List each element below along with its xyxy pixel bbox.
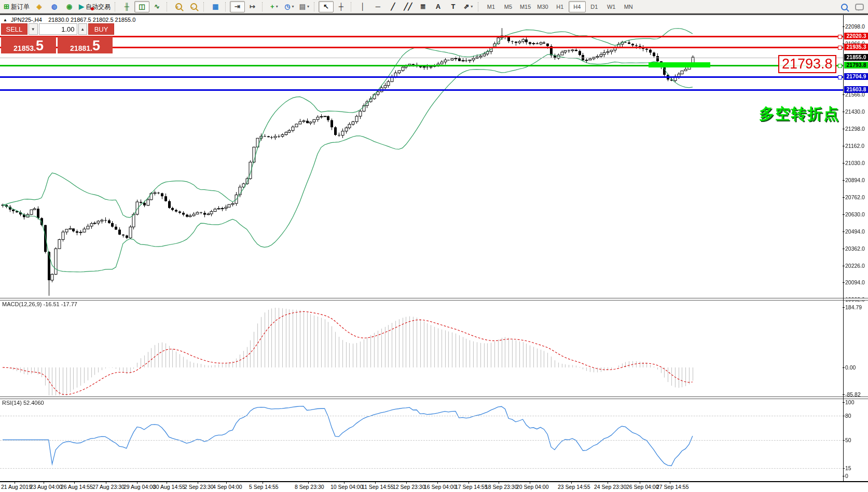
time-axis-label: 30 Aug 14:55: [153, 484, 185, 490]
time-axis-label: 17 Sep 14:55: [455, 484, 487, 490]
time-axis-label: 4 Sep 04:00: [213, 484, 242, 490]
time-axis-label: 2 Sep 23:30: [184, 484, 214, 490]
text-label-icon: T: [451, 2, 455, 12]
zoom-in-button[interactable]: +: [171, 1, 186, 12]
candlestick-chart-button[interactable]: ◫: [134, 1, 149, 12]
one-click-trading-panel: SELL ▼ ▲ BUY 21853.5 21881.5: [1, 23, 114, 53]
chart-shift-icon: ↦: [250, 2, 255, 12]
arrows-button[interactable]: ⇗▾: [461, 1, 476, 12]
horizontal-level-line-21603.8[interactable]: [0, 89, 843, 91]
tf-d1-button[interactable]: D1: [586, 1, 603, 12]
main-chart-canvas[interactable]: [0, 13, 843, 298]
search-icon[interactable]: [841, 4, 848, 10]
macd-panel-splitter[interactable]: [0, 298, 868, 300]
time-axis-label: 16 Sep 04:00: [424, 484, 456, 490]
tile-windows-button[interactable]: ▦: [208, 1, 223, 12]
channel-button[interactable]: ╱╱: [401, 1, 416, 12]
horizontal-line-icon: ─: [376, 2, 380, 12]
auto-scroll-button[interactable]: ⇥: [230, 1, 245, 12]
price-axis-badge-21603.8: 21603.8: [844, 86, 868, 93]
horizontal-level-line-22020.3[interactable]: [0, 36, 843, 37]
dropdown-arrow-icon[interactable]: ▾: [276, 2, 278, 12]
tf-h1-button[interactable]: H1: [552, 1, 569, 12]
new-order-button[interactable]: ⊞新订单: [2, 1, 32, 12]
tf-m5-button[interactable]: M5: [500, 1, 517, 12]
volume-input[interactable]: [39, 23, 77, 35]
rsi-level-line: [0, 440, 843, 441]
line-anchor-marker[interactable]: [838, 46, 842, 50]
tf-m30-button[interactable]: M30: [534, 1, 551, 12]
toolbar-separator: [478, 2, 480, 11]
indicators-button[interactable]: +▾: [267, 1, 282, 12]
price-tick-label: 20226.0: [845, 263, 865, 269]
tf-m15-button[interactable]: M15: [517, 1, 534, 12]
chart-shift-button[interactable]: ↦: [245, 1, 260, 12]
line-anchor-marker[interactable]: [838, 75, 842, 79]
buy-price-display[interactable]: 21881.5: [58, 36, 113, 53]
time-axis-label: 26 Aug 14:55: [61, 484, 93, 490]
bar-chart-button[interactable]: ╫: [119, 1, 134, 12]
chinese-annotation[interactable]: 多空转折点: [716, 104, 839, 125]
signals-button[interactable]: ◉: [62, 1, 77, 12]
volume-increase-button[interactable]: ▲: [78, 23, 88, 35]
crosshair-button[interactable]: ┼: [334, 1, 349, 12]
autotrading-status-dot: [91, 7, 94, 10]
eraser-button[interactable]: ◈: [32, 1, 47, 12]
green-highlight-object[interactable]: [649, 62, 710, 67]
tf-h4-button[interactable]: H4: [569, 1, 586, 12]
dropdown-arrow-icon[interactable]: ▾: [471, 2, 473, 12]
macd-panel-canvas[interactable]: [0, 299, 843, 397]
price-tick-label: 22098.0: [845, 23, 865, 30]
tf-w1-button[interactable]: W1: [603, 1, 620, 12]
autotrading-button[interactable]: ▶自动交易: [77, 1, 113, 12]
market-watch-button[interactable]: ◍: [47, 1, 62, 12]
cursor-icon: ↖: [323, 2, 329, 12]
horizontal-level-line-21935.3[interactable]: [0, 47, 843, 48]
time-axis-line: [0, 481, 868, 482]
dropdown-arrow-icon[interactable]: ▾: [307, 2, 309, 12]
fibonacci-button[interactable]: ≣: [416, 1, 431, 12]
zoom-out-icon: –: [190, 3, 197, 10]
price-tick-label: 20362.0: [845, 245, 865, 252]
mt-terminal-window: ⊞新订单◈◍◉▶自动交易╫◫∿+–▦⇥↦+▾◷▾▤▾↖┼│─╱╱╱≣AT⇗▾M1…: [0, 0, 868, 492]
trendline-button[interactable]: ╱: [385, 1, 401, 12]
line-anchor-marker[interactable]: [838, 35, 842, 39]
tf-m1-button[interactable]: M1: [483, 1, 500, 12]
line-anchor-marker[interactable]: [838, 64, 842, 68]
periods-icon: ◷: [284, 2, 290, 12]
cursor-button[interactable]: ↖: [319, 1, 334, 12]
text-button[interactable]: A: [431, 1, 446, 12]
bar-chart-icon: ╫: [125, 2, 129, 12]
text-label-button[interactable]: T: [446, 1, 461, 12]
tf-mn-button[interactable]: MN: [620, 1, 637, 12]
price-tick-label: 21030.0: [845, 160, 865, 166]
trendline-icon: ╱: [391, 2, 395, 12]
sell-price-frac: 5: [36, 39, 44, 52]
sell-price-display[interactable]: 21853.5: [1, 36, 56, 53]
horizontal-level-line-21704.9[interactable]: [0, 76, 843, 78]
time-axis-label: 23 Sep 14:55: [558, 484, 590, 490]
templates-icon: ▤: [299, 2, 306, 12]
periods-button[interactable]: ◷▾: [282, 1, 297, 12]
price-tick-label: 20762.0: [845, 194, 865, 200]
buy-button[interactable]: BUY: [88, 23, 114, 35]
horizontal-line-button[interactable]: ─: [370, 1, 385, 12]
rsi-panel-splitter[interactable]: [0, 397, 868, 399]
line-chart-button[interactable]: ∿: [149, 1, 164, 12]
line-chart-icon: ∿: [154, 2, 160, 12]
price-tick-label: 21298.0: [845, 126, 865, 132]
time-axis-label: 10 Sep 04:00: [330, 484, 363, 490]
horizontal-level-line-21793.8[interactable]: [0, 65, 843, 66]
price-axis-badge-21855.0: 21855.0: [844, 54, 868, 61]
price-tick-label: 21430.0: [845, 108, 865, 115]
price-axis-line: [843, 15, 844, 482]
price-tag-annotation[interactable]: 21793.8: [778, 55, 836, 73]
sell-button[interactable]: SELL: [1, 23, 27, 35]
zoom-out-button[interactable]: –: [186, 1, 201, 12]
templates-button[interactable]: ▤▾: [297, 1, 312, 12]
chat-icon[interactable]: [855, 4, 864, 10]
dropdown-arrow-icon[interactable]: ▾: [292, 2, 294, 12]
volume-decrease-button[interactable]: ▼: [29, 23, 38, 35]
rsi-indicator-label: RSI(14) 52.4060: [2, 400, 44, 406]
vertical-line-button[interactable]: │: [355, 1, 370, 12]
